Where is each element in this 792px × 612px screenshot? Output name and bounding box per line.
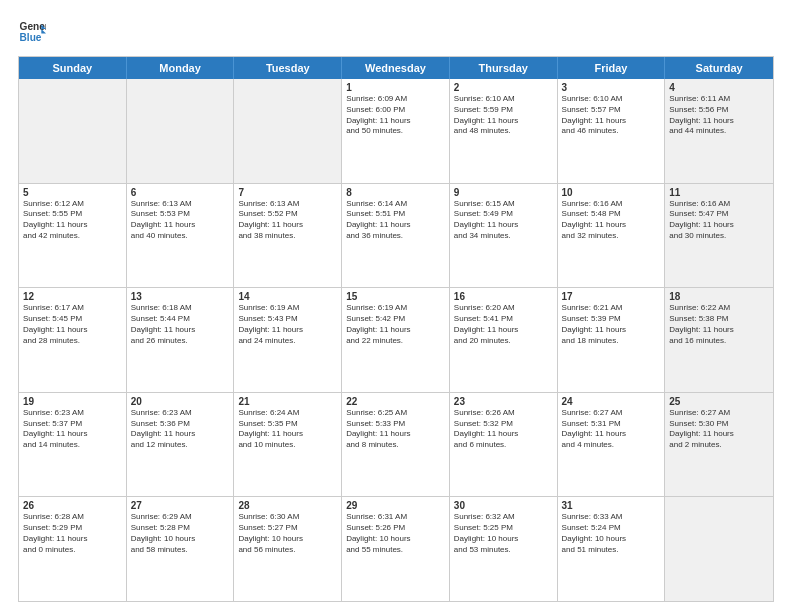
weekday-header-saturday: Saturday [665, 57, 773, 79]
day-info: Sunrise: 6:33 AM Sunset: 5:24 PM Dayligh… [562, 512, 661, 555]
day-number: 31 [562, 500, 661, 511]
day-info: Sunrise: 6:27 AM Sunset: 5:31 PM Dayligh… [562, 408, 661, 451]
calendar-row-2: 12Sunrise: 6:17 AM Sunset: 5:45 PM Dayli… [19, 288, 773, 393]
calendar-cell-empty-4-6 [665, 497, 773, 601]
day-number: 15 [346, 291, 445, 302]
calendar-cell-day-3: 3Sunrise: 6:10 AM Sunset: 5:57 PM Daylig… [558, 79, 666, 183]
day-number: 18 [669, 291, 769, 302]
day-number: 22 [346, 396, 445, 407]
day-info: Sunrise: 6:23 AM Sunset: 5:36 PM Dayligh… [131, 408, 230, 451]
calendar-cell-day-22: 22Sunrise: 6:25 AM Sunset: 5:33 PM Dayli… [342, 393, 450, 497]
calendar-cell-day-10: 10Sunrise: 6:16 AM Sunset: 5:48 PM Dayli… [558, 184, 666, 288]
calendar-cell-day-7: 7Sunrise: 6:13 AM Sunset: 5:52 PM Daylig… [234, 184, 342, 288]
calendar-row-0: 1Sunrise: 6:09 AM Sunset: 6:00 PM Daylig… [19, 79, 773, 184]
day-number: 14 [238, 291, 337, 302]
day-number: 30 [454, 500, 553, 511]
weekday-header-tuesday: Tuesday [234, 57, 342, 79]
day-info: Sunrise: 6:11 AM Sunset: 5:56 PM Dayligh… [669, 94, 769, 137]
day-info: Sunrise: 6:19 AM Sunset: 5:42 PM Dayligh… [346, 303, 445, 346]
logo-icon: General Blue [18, 18, 46, 46]
weekday-header-friday: Friday [558, 57, 666, 79]
day-info: Sunrise: 6:16 AM Sunset: 5:47 PM Dayligh… [669, 199, 769, 242]
calendar-cell-day-6: 6Sunrise: 6:13 AM Sunset: 5:53 PM Daylig… [127, 184, 235, 288]
day-info: Sunrise: 6:19 AM Sunset: 5:43 PM Dayligh… [238, 303, 337, 346]
day-number: 17 [562, 291, 661, 302]
day-number: 9 [454, 187, 553, 198]
calendar-cell-day-17: 17Sunrise: 6:21 AM Sunset: 5:39 PM Dayli… [558, 288, 666, 392]
day-number: 12 [23, 291, 122, 302]
day-info: Sunrise: 6:16 AM Sunset: 5:48 PM Dayligh… [562, 199, 661, 242]
calendar-cell-day-2: 2Sunrise: 6:10 AM Sunset: 5:59 PM Daylig… [450, 79, 558, 183]
day-info: Sunrise: 6:20 AM Sunset: 5:41 PM Dayligh… [454, 303, 553, 346]
calendar-header: SundayMondayTuesdayWednesdayThursdayFrid… [19, 57, 773, 79]
calendar-cell-day-15: 15Sunrise: 6:19 AM Sunset: 5:42 PM Dayli… [342, 288, 450, 392]
calendar-cell-day-26: 26Sunrise: 6:28 AM Sunset: 5:29 PM Dayli… [19, 497, 127, 601]
day-number: 27 [131, 500, 230, 511]
day-info: Sunrise: 6:21 AM Sunset: 5:39 PM Dayligh… [562, 303, 661, 346]
calendar-cell-empty-0-2 [234, 79, 342, 183]
page: General Blue SundayMondayTuesdayWednesda… [0, 0, 792, 612]
weekday-header-monday: Monday [127, 57, 235, 79]
calendar-row-4: 26Sunrise: 6:28 AM Sunset: 5:29 PM Dayli… [19, 497, 773, 601]
day-number: 1 [346, 82, 445, 93]
day-number: 29 [346, 500, 445, 511]
day-number: 21 [238, 396, 337, 407]
logo: General Blue [18, 18, 50, 46]
calendar-cell-day-8: 8Sunrise: 6:14 AM Sunset: 5:51 PM Daylig… [342, 184, 450, 288]
day-info: Sunrise: 6:25 AM Sunset: 5:33 PM Dayligh… [346, 408, 445, 451]
day-number: 10 [562, 187, 661, 198]
day-number: 4 [669, 82, 769, 93]
calendar-cell-day-16: 16Sunrise: 6:20 AM Sunset: 5:41 PM Dayli… [450, 288, 558, 392]
calendar-cell-day-13: 13Sunrise: 6:18 AM Sunset: 5:44 PM Dayli… [127, 288, 235, 392]
calendar-cell-day-21: 21Sunrise: 6:24 AM Sunset: 5:35 PM Dayli… [234, 393, 342, 497]
calendar-cell-day-1: 1Sunrise: 6:09 AM Sunset: 6:00 PM Daylig… [342, 79, 450, 183]
day-info: Sunrise: 6:26 AM Sunset: 5:32 PM Dayligh… [454, 408, 553, 451]
day-number: 26 [23, 500, 122, 511]
calendar-cell-day-28: 28Sunrise: 6:30 AM Sunset: 5:27 PM Dayli… [234, 497, 342, 601]
day-number: 5 [23, 187, 122, 198]
calendar-cell-day-31: 31Sunrise: 6:33 AM Sunset: 5:24 PM Dayli… [558, 497, 666, 601]
svg-text:Blue: Blue [20, 32, 42, 43]
calendar-body: 1Sunrise: 6:09 AM Sunset: 6:00 PM Daylig… [19, 79, 773, 601]
day-number: 11 [669, 187, 769, 198]
calendar-cell-day-5: 5Sunrise: 6:12 AM Sunset: 5:55 PM Daylig… [19, 184, 127, 288]
day-info: Sunrise: 6:27 AM Sunset: 5:30 PM Dayligh… [669, 408, 769, 451]
calendar-cell-day-12: 12Sunrise: 6:17 AM Sunset: 5:45 PM Dayli… [19, 288, 127, 392]
weekday-header-wednesday: Wednesday [342, 57, 450, 79]
day-info: Sunrise: 6:18 AM Sunset: 5:44 PM Dayligh… [131, 303, 230, 346]
calendar-cell-day-30: 30Sunrise: 6:32 AM Sunset: 5:25 PM Dayli… [450, 497, 558, 601]
day-info: Sunrise: 6:15 AM Sunset: 5:49 PM Dayligh… [454, 199, 553, 242]
calendar-cell-day-25: 25Sunrise: 6:27 AM Sunset: 5:30 PM Dayli… [665, 393, 773, 497]
day-info: Sunrise: 6:29 AM Sunset: 5:28 PM Dayligh… [131, 512, 230, 555]
day-number: 7 [238, 187, 337, 198]
day-info: Sunrise: 6:22 AM Sunset: 5:38 PM Dayligh… [669, 303, 769, 346]
calendar-cell-day-18: 18Sunrise: 6:22 AM Sunset: 5:38 PM Dayli… [665, 288, 773, 392]
day-number: 24 [562, 396, 661, 407]
day-info: Sunrise: 6:30 AM Sunset: 5:27 PM Dayligh… [238, 512, 337, 555]
calendar-cell-day-19: 19Sunrise: 6:23 AM Sunset: 5:37 PM Dayli… [19, 393, 127, 497]
day-number: 6 [131, 187, 230, 198]
calendar-cell-day-29: 29Sunrise: 6:31 AM Sunset: 5:26 PM Dayli… [342, 497, 450, 601]
calendar-cell-day-24: 24Sunrise: 6:27 AM Sunset: 5:31 PM Dayli… [558, 393, 666, 497]
day-info: Sunrise: 6:31 AM Sunset: 5:26 PM Dayligh… [346, 512, 445, 555]
day-number: 25 [669, 396, 769, 407]
weekday-header-sunday: Sunday [19, 57, 127, 79]
day-number: 28 [238, 500, 337, 511]
weekday-header-thursday: Thursday [450, 57, 558, 79]
day-info: Sunrise: 6:32 AM Sunset: 5:25 PM Dayligh… [454, 512, 553, 555]
day-number: 2 [454, 82, 553, 93]
day-number: 8 [346, 187, 445, 198]
day-number: 13 [131, 291, 230, 302]
day-number: 20 [131, 396, 230, 407]
day-info: Sunrise: 6:14 AM Sunset: 5:51 PM Dayligh… [346, 199, 445, 242]
calendar-cell-day-9: 9Sunrise: 6:15 AM Sunset: 5:49 PM Daylig… [450, 184, 558, 288]
header: General Blue [18, 18, 774, 46]
day-info: Sunrise: 6:28 AM Sunset: 5:29 PM Dayligh… [23, 512, 122, 555]
day-info: Sunrise: 6:12 AM Sunset: 5:55 PM Dayligh… [23, 199, 122, 242]
calendar-cell-day-11: 11Sunrise: 6:16 AM Sunset: 5:47 PM Dayli… [665, 184, 773, 288]
calendar-cell-day-14: 14Sunrise: 6:19 AM Sunset: 5:43 PM Dayli… [234, 288, 342, 392]
day-info: Sunrise: 6:10 AM Sunset: 5:59 PM Dayligh… [454, 94, 553, 137]
day-info: Sunrise: 6:17 AM Sunset: 5:45 PM Dayligh… [23, 303, 122, 346]
day-number: 19 [23, 396, 122, 407]
day-info: Sunrise: 6:13 AM Sunset: 5:52 PM Dayligh… [238, 199, 337, 242]
